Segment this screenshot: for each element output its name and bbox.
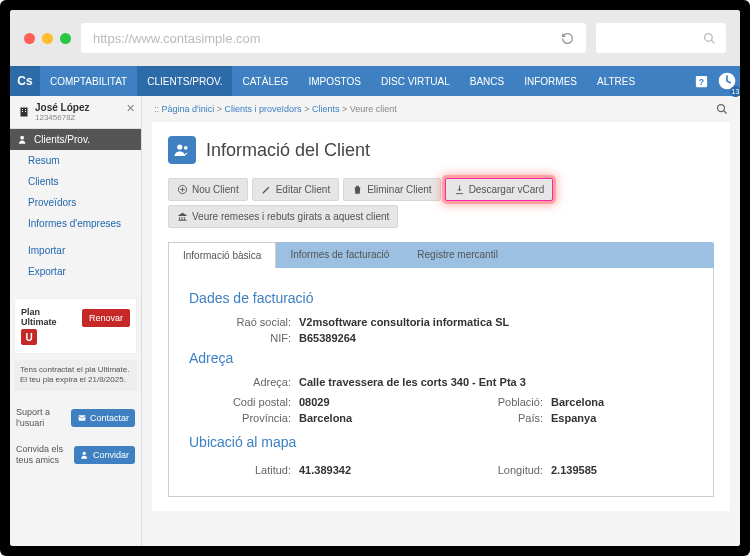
plan-expiry-note: Tens contractat el pla Ultimate. El teu … — [14, 360, 137, 391]
browser-chrome: https://www.contasimple.com — [10, 10, 740, 66]
support-label: Suport a l'usuari — [16, 407, 71, 429]
plan-badge: U — [21, 329, 37, 345]
delete-client-button[interactable]: Eliminar Client — [343, 178, 440, 201]
close-window-icon[interactable] — [24, 33, 35, 44]
svg-rect-5 — [22, 109, 23, 110]
notification-count: 13 — [730, 86, 740, 97]
url-text: https://www.contasimple.com — [93, 31, 261, 46]
bank-icon — [177, 211, 188, 222]
sidebar-item-clients[interactable]: Clients — [10, 171, 141, 192]
label-nif: NIF: — [189, 332, 299, 344]
nav-bancs[interactable]: BANCS — [460, 66, 514, 96]
user-block[interactable]: José López 12345678Z ✕ — [10, 96, 141, 129]
people-icon — [18, 134, 29, 145]
tab-mercantil[interactable]: Registre mercantil — [403, 242, 512, 268]
toolbar: Nou Client Editar Client Eliminar Client… — [168, 178, 714, 228]
svg-point-9 — [20, 136, 24, 140]
user-id: 12345678Z — [35, 113, 89, 122]
url-bar[interactable]: https://www.contasimple.com — [81, 23, 586, 53]
value-city: Barcelona — [551, 396, 604, 408]
pencil-icon — [261, 184, 272, 195]
nav-informes[interactable]: INFORMES — [514, 66, 587, 96]
breadcrumb-search-icon[interactable] — [716, 103, 728, 115]
building-icon — [18, 106, 30, 118]
nav-impostos[interactable]: IMPOSTOS — [298, 66, 371, 96]
plan-label: Plan — [21, 307, 40, 317]
renew-button[interactable]: Renovar — [82, 309, 130, 327]
tab-panel: Dades de facturació Raó social: V2msoftw… — [168, 268, 714, 497]
svg-rect-6 — [25, 109, 26, 110]
download-icon — [454, 184, 465, 195]
notifications-clock-icon[interactable]: 13 — [714, 66, 740, 96]
invite-label: Convida els teus amics — [16, 444, 74, 466]
plus-circle-icon — [177, 184, 188, 195]
value-rao-social: V2msoftware consultoria informatica SL — [299, 316, 509, 328]
label-country: País: — [441, 412, 551, 424]
value-nif: B65389264 — [299, 332, 356, 344]
svg-point-0 — [705, 33, 713, 41]
minimize-window-icon[interactable] — [42, 33, 53, 44]
tab-basic-info[interactable]: Informació bàsica — [168, 242, 276, 268]
contact-support-button[interactable]: Contactar — [71, 409, 135, 427]
label-longitude: Longitud: — [441, 464, 551, 476]
breadcrumb-clients-prov[interactable]: Clients i proveïdors — [225, 104, 302, 114]
plan-box: Plan Ultimate U Renovar — [14, 298, 137, 354]
nav-cataleg[interactable]: CATÀLEG — [232, 66, 298, 96]
breadcrumb-current: Veure client — [350, 104, 397, 114]
value-province: Barcelona — [299, 412, 352, 424]
sidebar-section-header: Clients/Prov. — [10, 129, 141, 150]
value-address: Calle travessera de les corts 340 - Ent … — [299, 376, 526, 388]
svg-point-11 — [82, 452, 85, 455]
tab-billing-reports[interactable]: Informes de facturació — [276, 242, 403, 268]
breadcrumb-clients[interactable]: Clients — [312, 104, 340, 114]
value-longitude: 2.139585 — [551, 464, 597, 476]
section-map-header: Ubicació al mapa — [189, 434, 693, 450]
trash-icon — [352, 184, 363, 195]
invite-button[interactable]: Convidar — [74, 446, 135, 464]
label-postal-code: Codi postal: — [189, 396, 299, 408]
reload-icon[interactable] — [561, 32, 574, 45]
nav-clients-prov[interactable]: CLIENTS/PROV. — [137, 66, 232, 96]
download-vcard-button[interactable]: Descargar vCard — [445, 178, 554, 201]
label-latitude: Latitud: — [189, 464, 299, 476]
sidebar: José López 12345678Z ✕ Clients/Prov. Res… — [10, 96, 142, 546]
collapse-sidebar-icon[interactable]: ✕ — [126, 102, 135, 115]
sidebar-item-proveidors[interactable]: Proveïdors — [10, 192, 141, 213]
svg-rect-4 — [21, 108, 28, 117]
help-icon[interactable]: ? — [688, 66, 714, 96]
section-address-header: Adreça — [189, 350, 693, 366]
new-client-button[interactable]: Nou Client — [168, 178, 248, 201]
clients-icon — [168, 136, 196, 164]
sidebar-item-resum[interactable]: Resum — [10, 150, 141, 171]
support-row: Suport a l'usuari Contactar — [10, 399, 141, 437]
breadcrumb: :: Pàgina d'inici > Clients i proveïdors… — [142, 96, 740, 122]
sidebar-item-informes-empreses[interactable]: Informes d'empreses — [10, 213, 141, 234]
svg-point-14 — [184, 146, 188, 150]
top-nav: Cs COMPTABILITAT CLIENTS/PROV. CATÀLEG I… — [10, 66, 740, 96]
label-province: Província: — [189, 412, 299, 424]
edit-client-button[interactable]: Editar Client — [252, 178, 339, 201]
app-logo[interactable]: Cs — [10, 66, 40, 96]
user-name: José López — [35, 102, 89, 113]
plan-name: Ultimate — [21, 317, 57, 327]
section-billing-header: Dades de facturació — [189, 290, 693, 306]
value-latitude: 41.389342 — [299, 464, 351, 476]
svg-text:?: ? — [698, 76, 703, 86]
invite-row: Convida els teus amics Convidar — [10, 436, 141, 474]
nav-altres[interactable]: ALTRES — [587, 66, 645, 96]
nav-disc-virtual[interactable]: DISC VIRTUAL — [371, 66, 460, 96]
nav-comptabilitat[interactable]: COMPTABILITAT — [40, 66, 137, 96]
label-rao-social: Raó social: — [189, 316, 299, 328]
content-card: Informació del Client Nou Client Editar … — [152, 122, 730, 511]
maximize-window-icon[interactable] — [60, 33, 71, 44]
sidebar-item-importar[interactable]: Importar — [10, 240, 141, 261]
people-plus-icon — [80, 450, 90, 460]
browser-search[interactable] — [596, 23, 726, 53]
mail-icon — [77, 414, 87, 422]
label-city: Població: — [441, 396, 551, 408]
tabs: Informació bàsica Informes de facturació… — [168, 242, 714, 268]
breadcrumb-home[interactable]: Pàgina d'inici — [162, 104, 215, 114]
sidebar-item-exportar[interactable]: Exportar — [10, 261, 141, 282]
svg-rect-8 — [25, 111, 26, 112]
view-remits-button[interactable]: Veure remeses i rebuts girats a aquest c… — [168, 205, 398, 228]
